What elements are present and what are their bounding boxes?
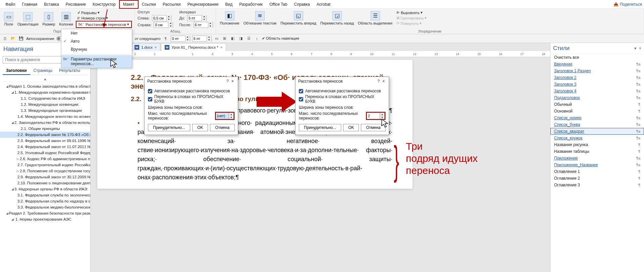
qb-icon-6[interactable]: ↕ [254,36,260,42]
menu-view[interactable]: Вид [222,1,236,8]
style-row[interactable]: Приложение_Название¶a [550,162,644,168]
tree-item[interactable]: ◢Раздел 1. Основы законодательства в обл… [0,83,90,89]
menu-draw[interactable]: Рисование [62,1,89,8]
tree-item[interactable]: ◢2. Законодательство РФ в области исполь… [0,120,90,126]
auto-hyphen-checkbox[interactable]: Автоматическая расстановка переносов [299,89,385,93]
menu-officetab[interactable]: Office Tab [266,1,291,8]
caps-hyphen-checkbox[interactable]: Переносы в словах из ПРОПИСНЫХ БУКВ [299,94,385,104]
ok-button[interactable]: OK [343,124,359,131]
dialog-close-icon[interactable]: × [230,79,235,84]
dialog-help-icon[interactable]: ? [376,79,381,84]
tree-item[interactable]: 2.9. Федеральный закон от 30.12.2009 № 3… [0,174,90,180]
tree-item[interactable]: 3.1. Федеральная служба по экологическом… [0,192,90,198]
style-row[interactable]: Оглавление 1¶ [550,168,644,175]
close-icon[interactable]: × [220,45,222,49]
menu-help[interactable]: Справка [291,1,313,8]
orientation-button[interactable]: ⬚Ориентация [16,11,40,27]
max-hyphen-input[interactable]: ▲▼ [367,112,385,119]
caps-hyphen-checkbox[interactable]: Переносы в словах из ПРОПИСНЫХ БУКВ [148,94,234,104]
force-button[interactable]: Принудительно... [148,124,190,131]
hyph-params[interactable]: bc⁻Параметры расстановки переносов... [61,55,132,68]
selection-pane-button[interactable]: ☰Область выделения [357,10,394,26]
share-button[interactable]: 📤 Поделиться [613,2,642,7]
horizontal-ruler[interactable]: 2112345678910111213141516171819 [91,51,550,57]
tree-item[interactable]: 2.5. Уголовный кодекс Российской Федера.… [0,150,90,156]
tree-item[interactable]: 2.3. Федеральный закон от 09.01.1996 № 3… [0,138,90,144]
margins-button[interactable]: ▭Поля [3,11,15,27]
nav-tab-headings[interactable]: Заголовки [3,67,30,75]
qb-spacing-b[interactable]: ▲▼ [192,36,212,42]
dialog-help-icon[interactable]: ? [225,79,230,84]
indent-left-input[interactable]: ▲▼ [152,15,171,21]
new-icon[interactable]: 🗋 [2,36,8,42]
menu-design[interactable]: Конструктор [89,1,119,8]
nav-tab-pages[interactable]: Страницы [30,67,56,75]
menu-home[interactable]: Главная [19,1,41,8]
tree-item[interactable]: 1.3. Международные организации [0,107,90,114]
qb-spacing-a[interactable]: ▲▼ [171,36,190,42]
styles-close-icon[interactable]: × [639,46,641,51]
menu-acrobat[interactable]: Acrobat [313,1,334,8]
menu-review[interactable]: Рецензирование [184,1,222,8]
close-icon[interactable]: × [155,45,157,49]
tree-item[interactable]: ◢Раздел 2. Требования безопасности при р… [0,210,90,216]
tree-item[interactable]: 2.7. Градостроительный кодекс Российской… [0,162,90,168]
style-row[interactable]: Название рисунка¶ [550,141,644,148]
nav-pane-toggle[interactable]: ✔ Область навигации [262,36,299,41]
menu-layout[interactable]: Макет [119,0,139,9]
menu-file[interactable]: Файл [2,1,19,8]
menu-references[interactable]: Ссылки [139,1,159,8]
style-row[interactable]: Список_кружок¶a [550,135,644,141]
nav-collapse-all[interactable]: ▲ [3,77,88,82]
style-row[interactable]: Список_квадрат¶a [550,128,644,135]
align-button[interactable]: ⊫ Выровнять ▾ [395,10,428,15]
tree-item[interactable]: 2.2. Федеральный закон № 170-ФЗ «Об исп.… [0,132,90,138]
size-button[interactable]: ▯Размер [41,11,56,27]
style-row[interactable]: Список_номер¶a [550,115,644,121]
bring-forward-button[interactable]: ◱Переместить вперед [279,10,318,26]
tree-item[interactable]: 1.1. Сотрудничество в области ИАЭ [0,95,90,101]
style-row[interactable]: Заголовок 1,Раздел¶a [550,67,644,74]
qb-icon-4[interactable]: ◨ [238,36,244,42]
tree-item[interactable]: ▷2.8. Положение об осуществлении государ… [0,168,90,174]
tree-item[interactable]: 2.4. Федеральный закон от 11.07.2011 № 1… [0,144,90,150]
group-button[interactable]: ⊞ Группировать ▾ [395,15,428,20]
tree-item[interactable]: 1.4. Международное агентство по атомной.… [0,114,90,120]
style-row[interactable]: Оглавление 2¶ [550,175,644,182]
tree-item[interactable]: ◢1. Международная нормативно-правовая ба… [0,89,90,95]
wrap-text-button[interactable]: ≋Обтекание текстом [242,10,278,26]
tree-item[interactable]: ◢3. Надзорные органы РФ в области ИАЭ: [0,186,90,192]
style-row[interactable]: Введение¶a [550,61,644,67]
indent-right-input[interactable]: ▲▼ [154,22,173,28]
hyph-none[interactable]: Нет [61,29,132,37]
dialog-close-icon[interactable]: × [381,79,386,84]
tree-item[interactable]: 3.2. Федеральная служба по надзору в сфе… [0,198,90,204]
qb-icon-5[interactable]: ☰ [246,36,252,42]
open-icon[interactable]: 📂 [10,36,16,42]
doc-tab-2[interactable]: WУрок 81_ Переносы.docx *× [161,43,226,51]
tree-item[interactable]: 2.10. Положение о лицензировании деятел.… [0,180,90,186]
style-row[interactable]: Подзаголовок¶a [550,94,644,101]
qb-icon-3[interactable]: ◧ [230,36,236,42]
columns-button[interactable]: ▥Колонки [58,11,74,27]
style-row[interactable]: Оглавление 3¶ [550,182,644,188]
spacing-after-input[interactable]: ▲▼ [194,22,213,28]
style-row[interactable]: Приложение¶a [550,155,644,162]
style-row[interactable]: Обычный¶ [550,101,644,108]
menu-developer[interactable]: Разработчик [236,1,266,8]
spacing-before-input[interactable]: ▲▼ [187,15,207,21]
save-icon[interactable]: 💾 [18,36,24,42]
styles-dropdown-icon[interactable]: ▾ [634,46,636,51]
style-row[interactable]: Основной¶ [550,108,644,115]
menu-insert[interactable]: Вставка [41,1,62,8]
hyph-manual[interactable]: Вручную [61,45,132,53]
style-row[interactable]: Очистить все [550,54,644,61]
style-row[interactable]: Заголовок 3¶a [550,81,644,88]
rotate-button[interactable]: ⟳ Повернуть ▾ [395,21,428,26]
pilcrow-icon[interactable]: ¶ [163,36,169,42]
force-button[interactable]: Принудительно... [299,124,341,131]
style-row[interactable]: Список_буква¶a [550,121,644,128]
tree-item[interactable]: 3.3. Федеральное медико-биологическое а.… [0,204,90,210]
position-button[interactable]: ◧Положение [219,10,241,26]
hyph-auto[interactable]: ✓Авто [61,37,132,45]
